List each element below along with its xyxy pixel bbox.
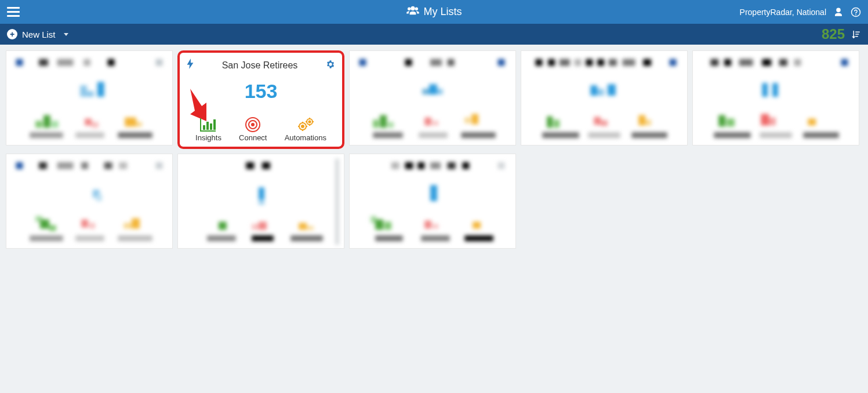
svg-rect-16 (136, 122, 142, 126)
svg-rect-123 (299, 223, 307, 230)
svg-rect-68 (597, 89, 604, 96)
svg-rect-62 (597, 59, 604, 66)
sort-icon[interactable] (851, 29, 861, 39)
svg-rect-94 (760, 132, 791, 138)
svg-rect-100 (104, 162, 112, 169)
svg-rect-111 (132, 219, 140, 229)
list-card-highlighted[interactable]: San Jose Retirees 153 Insights Connect (177, 50, 344, 149)
svg-rect-14 (92, 122, 99, 128)
svg-rect-89 (727, 119, 735, 127)
svg-rect-115 (246, 162, 254, 169)
svg-rect-43 (498, 59, 505, 66)
svg-point-30 (308, 121, 310, 122)
svg-rect-102 (156, 162, 163, 169)
svg-rect-78 (631, 132, 667, 138)
svg-rect-88 (718, 115, 725, 127)
svg-rect-23 (213, 119, 216, 130)
list-card[interactable] (521, 50, 688, 145)
svg-rect-97 (39, 162, 47, 169)
user-icon[interactable] (833, 7, 844, 17)
svg-rect-92 (808, 119, 816, 126)
svg-rect-128 (391, 162, 400, 169)
new-list-label: New List (22, 30, 56, 39)
svg-rect-11 (43, 115, 50, 128)
svg-rect-82 (762, 59, 771, 66)
svg-rect-3 (57, 59, 74, 66)
svg-rect-144 (464, 235, 493, 241)
gear-icon[interactable] (326, 60, 335, 71)
svg-rect-113 (75, 235, 104, 241)
page-title: My Lists (406, 5, 462, 19)
svg-rect-58 (548, 59, 555, 66)
insights-button[interactable]: Insights (195, 117, 221, 142)
svg-rect-17 (30, 132, 63, 138)
svg-rect-122 (259, 222, 267, 230)
svg-rect-73 (601, 121, 608, 126)
svg-rect-6 (156, 59, 163, 66)
svg-rect-138 (384, 222, 391, 230)
svg-rect-1 (16, 59, 23, 66)
svg-rect-95 (803, 132, 838, 138)
svg-rect-64 (623, 59, 635, 66)
svg-rect-114 (118, 235, 152, 241)
svg-rect-139 (424, 221, 431, 229)
svg-rect-15 (125, 118, 136, 127)
svg-rect-99 (81, 162, 88, 169)
new-list-button[interactable]: + New List (7, 29, 68, 39)
list-card[interactable] (6, 50, 173, 145)
svg-rect-42 (448, 59, 455, 66)
svg-rect-21 (206, 122, 209, 130)
top-bar: My Lists PropertyRadar, National (0, 0, 868, 24)
svg-rect-9 (97, 82, 104, 97)
svg-rect-116 (262, 162, 270, 169)
svg-rect-66 (670, 59, 677, 66)
svg-rect-40 (405, 59, 412, 66)
people-icon (406, 5, 419, 19)
svg-rect-69 (608, 84, 616, 96)
page-title-text: My Lists (423, 6, 462, 18)
svg-rect-39 (359, 59, 366, 66)
svg-rect-107 (49, 225, 56, 231)
sub-bar: + New List 825 (0, 24, 868, 45)
menu-hamburger-icon[interactable] (7, 7, 20, 17)
automations-button[interactable]: Automations (285, 117, 326, 142)
svg-rect-67 (590, 85, 597, 96)
svg-rect-98 (57, 162, 74, 169)
svg-rect-70 (547, 117, 553, 128)
svg-rect-130 (417, 162, 424, 169)
svg-rect-117 (335, 159, 339, 245)
svg-rect-51 (433, 121, 438, 126)
svg-rect-12 (52, 121, 59, 128)
svg-rect-20 (203, 125, 205, 130)
svg-rect-81 (739, 59, 753, 66)
list-card[interactable] (349, 50, 516, 145)
connect-button[interactable]: Connect (239, 117, 267, 142)
svg-rect-80 (724, 59, 731, 66)
svg-rect-112 (30, 235, 63, 241)
list-card[interactable] (6, 154, 173, 249)
svg-rect-41 (430, 59, 442, 66)
svg-rect-8 (87, 91, 94, 97)
cards-grid: San Jose Retirees 153 Insights Connect (0, 45, 868, 254)
bolt-icon (187, 59, 194, 72)
list-card[interactable] (349, 154, 516, 249)
svg-rect-57 (535, 59, 542, 66)
svg-rect-106 (40, 220, 49, 229)
svg-rect-52 (464, 118, 470, 123)
svg-point-26 (251, 123, 255, 126)
svg-rect-124 (307, 226, 314, 230)
help-icon[interactable] (851, 7, 861, 17)
svg-rect-87 (772, 83, 778, 97)
list-card[interactable] (177, 154, 344, 249)
svg-rect-126 (252, 235, 274, 241)
total-count: 825 (822, 26, 845, 42)
svg-rect-142 (375, 235, 402, 241)
svg-rect-56 (461, 132, 495, 138)
bar-chart-icon (199, 117, 217, 132)
svg-rect-75 (645, 120, 651, 126)
list-card[interactable] (692, 50, 859, 145)
svg-rect-71 (554, 120, 560, 128)
svg-rect-10 (35, 121, 42, 128)
svg-rect-53 (471, 114, 478, 125)
user-label: PropertyRadar, National (740, 8, 826, 17)
